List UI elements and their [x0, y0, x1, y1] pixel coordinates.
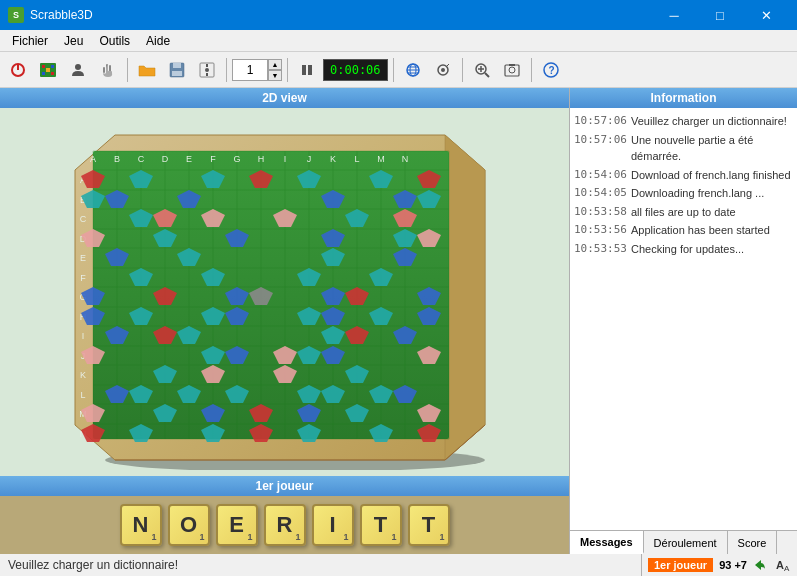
log-time-3: 10:54:05	[574, 185, 627, 202]
maximize-button[interactable]: □	[697, 0, 743, 30]
separator-4	[393, 58, 394, 82]
app-icon: S	[8, 7, 24, 23]
log-time-1: 10:57:06	[574, 132, 627, 165]
zoom-button[interactable]	[468, 56, 496, 84]
svg-text:N: N	[401, 154, 408, 164]
help-button[interactable]: ?	[537, 56, 565, 84]
network-scan-button[interactable]	[429, 56, 457, 84]
svg-point-34	[509, 67, 515, 73]
svg-text:D: D	[161, 154, 168, 164]
svg-rect-18	[206, 73, 208, 76]
svg-rect-5	[42, 72, 45, 75]
svg-text:A: A	[784, 564, 790, 572]
svg-text:I: I	[283, 154, 286, 164]
log-text-3: Downloading french.lang ...	[631, 185, 764, 202]
separator-6	[531, 58, 532, 82]
svg-rect-20	[308, 65, 312, 75]
svg-rect-6	[51, 72, 54, 75]
tile-3[interactable]: R1	[264, 504, 306, 546]
svg-text:C: C	[79, 214, 86, 224]
log-time-4: 10:53:58	[574, 204, 627, 221]
pause-button[interactable]	[293, 56, 321, 84]
rack-header: 1er joueur	[0, 476, 569, 496]
network-button[interactable]	[399, 56, 427, 84]
menu-jeu[interactable]: Jeu	[56, 32, 91, 50]
svg-point-27	[441, 68, 445, 72]
svg-rect-35	[509, 64, 515, 66]
font-a-icon: A A	[775, 558, 791, 572]
svg-text:G: G	[233, 154, 240, 164]
hand-icon	[101, 62, 115, 78]
spinner-down[interactable]: ▼	[268, 70, 282, 81]
settings-button[interactable]	[193, 56, 221, 84]
svg-point-16	[205, 68, 209, 72]
spinner-input[interactable]	[232, 59, 268, 81]
svg-text:A: A	[776, 559, 784, 571]
menu-outils[interactable]: Outils	[91, 32, 138, 50]
content-row: 2D view	[0, 88, 797, 554]
screenshot-button[interactable]	[498, 56, 526, 84]
svg-text:A: A	[89, 154, 95, 164]
log-entry-5: 10:53:56 Application has been started	[574, 221, 793, 240]
player-button[interactable]	[64, 56, 92, 84]
svg-point-8	[75, 64, 81, 70]
log-time-5: 10:53:56	[574, 222, 627, 239]
status-bar: Veuillez charger un dictionnaire! 1er jo…	[0, 554, 797, 576]
tab-score[interactable]: Score	[728, 531, 778, 554]
power-button[interactable]	[4, 56, 32, 84]
tile-0[interactable]: N1	[120, 504, 162, 546]
tab-deroulement[interactable]: Déroulement	[644, 531, 728, 554]
spinner-arrows: ▲ ▼	[268, 59, 282, 81]
svg-text:F: F	[210, 154, 216, 164]
svg-rect-4	[51, 65, 54, 68]
svg-rect-17	[206, 64, 208, 67]
info-header: Information	[570, 88, 797, 108]
close-button[interactable]: ✕	[743, 0, 789, 30]
menu-aide[interactable]: Aide	[138, 32, 178, 50]
log-entry-6: 10:53:53 Checking for updates...	[574, 240, 793, 259]
svg-text:M: M	[377, 154, 385, 164]
timer-display: 0:00:06	[323, 59, 388, 81]
right-panel: Information 10:57:06 Veuillez charger un…	[570, 88, 797, 554]
spinner-up[interactable]: ▲	[268, 59, 282, 70]
undo-icon[interactable]	[753, 558, 769, 572]
save-button[interactable]	[163, 56, 191, 84]
tile-rack: N1 O1 E1 R1 I1 T1 T1	[0, 496, 569, 554]
tabs-bar: Messages Déroulement Score	[570, 530, 797, 554]
window-title: Scrabble3D	[30, 8, 93, 22]
minimize-button[interactable]: ─	[651, 0, 697, 30]
log-entry-4: 10:53:58 all files are up to date	[574, 203, 793, 222]
svg-text:K: K	[79, 370, 85, 380]
svg-rect-3	[42, 65, 45, 68]
left-panel: 2D view	[0, 88, 570, 554]
board-icon	[39, 62, 57, 78]
tile-4[interactable]: I1	[312, 504, 354, 546]
open-button[interactable]	[133, 56, 161, 84]
separator-3	[287, 58, 288, 82]
new-game-button[interactable]	[34, 56, 62, 84]
hand-button[interactable]	[94, 56, 122, 84]
svg-rect-19	[302, 65, 306, 75]
tile-score-2: 1	[247, 532, 252, 542]
tile-2[interactable]: E1	[216, 504, 258, 546]
info-log[interactable]: 10:57:06 Veuillez charger un dictionnair…	[570, 108, 797, 530]
log-time-0: 10:57:06	[574, 113, 627, 130]
svg-line-30	[485, 73, 489, 77]
screenshot-icon	[504, 63, 520, 77]
svg-rect-11	[103, 67, 105, 73]
tab-messages[interactable]: Messages	[570, 531, 644, 554]
board-container[interactable]: A B C D E F G H I J K L M N	[0, 108, 569, 476]
log-time-2: 10:54:06	[574, 167, 627, 184]
log-entry-1: 10:57:06 Une nouvelle partie a été démar…	[574, 131, 793, 166]
menu-fichier[interactable]: Fichier	[4, 32, 56, 50]
tile-1[interactable]: O1	[168, 504, 210, 546]
tile-6[interactable]: T1	[408, 504, 450, 546]
log-entry-2: 10:54:06 Download of french.lang finishe…	[574, 166, 793, 185]
title-bar: S Scrabble3D ─ □ ✕	[0, 0, 797, 30]
title-bar-left: S Scrabble3D	[8, 7, 93, 23]
board-header: 2D view	[0, 88, 569, 108]
separator-2	[226, 58, 227, 82]
tile-5[interactable]: T1	[360, 504, 402, 546]
log-text-4: all files are up to date	[631, 204, 736, 221]
tile-score-1: 1	[199, 532, 204, 542]
